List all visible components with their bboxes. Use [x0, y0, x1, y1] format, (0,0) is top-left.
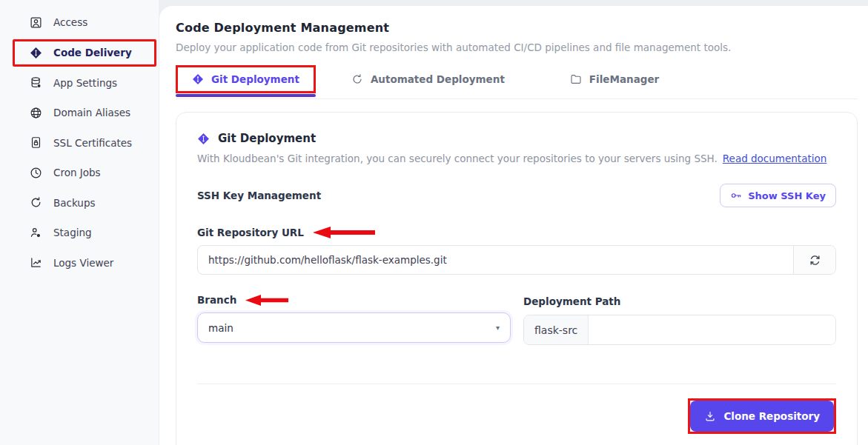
main-panel: Code Deployment Management Deploy your a…	[159, 6, 868, 445]
sidebar-item-access[interactable]: Access	[0, 7, 159, 38]
page-subtitle: Deploy your application code from Git re…	[176, 41, 858, 53]
sync-icon	[351, 73, 363, 85]
branch-label-row: Branch	[197, 294, 511, 306]
chevron-down-icon: ▾	[496, 324, 500, 332]
card-header: Git Deployment	[197, 132, 836, 145]
branch-column: Branch main ▾	[197, 294, 511, 345]
sidebar: Access Code Delivery App Settings Domain…	[0, 0, 159, 445]
branch-path-row: Branch main ▾ Deployment Path flask-src	[197, 294, 836, 345]
sidebar-item-label: Logs Viewer	[53, 257, 113, 269]
tab-bar: Git Deployment Automated Deployment File…	[176, 65, 858, 99]
ssh-key-management-label: SSH Key Management	[197, 190, 321, 201]
sidebar-item-label: Staging	[53, 227, 92, 238]
repo-url-input[interactable]	[198, 246, 793, 274]
clock-icon	[30, 167, 42, 179]
annotation-arrow-branch	[245, 295, 288, 306]
deployment-path-field: flask-src	[523, 315, 836, 345]
tab-label: Automated Deployment	[371, 73, 505, 85]
tab-label: FileManager	[589, 73, 659, 85]
sidebar-item-domain-aliases[interactable]: Domain Aliases	[0, 98, 159, 128]
card-description: With Kloudbean's Git integration, you ca…	[197, 153, 836, 164]
divider	[197, 384, 836, 384]
clone-repository-label: Clone Repository	[723, 410, 820, 422]
restore-icon	[30, 196, 42, 209]
sync-icon	[809, 254, 821, 267]
git-deployment-card: Git Deployment With Kloudbean's Git inte…	[176, 112, 858, 445]
repo-url-field	[197, 245, 836, 275]
sidebar-item-label: SSL Certificates	[53, 137, 132, 149]
tab-filemanager[interactable]: FileManager	[554, 65, 675, 93]
page-title: Code Deployment Management	[176, 21, 858, 35]
sidebar-item-staging[interactable]: Staging	[0, 218, 159, 248]
annotation-highlight-box: Clone Repository	[688, 398, 836, 434]
sidebar-item-label: Cron Jobs	[53, 167, 101, 178]
git-icon	[30, 47, 42, 59]
user-badge-icon	[30, 16, 42, 29]
deployment-path-input[interactable]	[589, 315, 835, 344]
deployment-path-label: Deployment Path	[523, 295, 620, 307]
sidebar-item-label: Domain Aliases	[53, 107, 130, 118]
sidebar-item-label: Code Delivery	[53, 47, 132, 58]
key-icon	[730, 190, 742, 201]
read-documentation-link[interactable]: Read documentation	[723, 153, 826, 164]
show-ssh-key-label: Show SSH Key	[748, 190, 826, 201]
clone-repository-button[interactable]: Clone Repository	[690, 401, 834, 432]
download-icon	[704, 410, 716, 422]
repo-url-label-row: Git Repository URL	[197, 227, 836, 238]
sidebar-item-code-delivery[interactable]: Code Delivery	[13, 39, 156, 67]
branch-select[interactable]: main ▾	[197, 312, 511, 343]
annotation-arrow-repo-url	[313, 227, 375, 238]
git-icon	[197, 133, 210, 145]
show-ssh-key-button[interactable]: Show SSH Key	[720, 184, 836, 207]
sidebar-item-label: App Settings	[53, 77, 117, 89]
staging-icon	[30, 227, 42, 239]
sidebar-item-cron-jobs[interactable]: Cron Jobs	[0, 158, 159, 188]
git-repository-url-label: Git Repository URL	[197, 227, 304, 238]
deployment-path-column: Deployment Path flask-src	[523, 294, 836, 345]
database-icon	[30, 76, 42, 89]
tab-label: Git Deployment	[211, 73, 299, 85]
sidebar-item-label: Backups	[53, 197, 96, 209]
sidebar-item-ssl-certificates[interactable]: SSL Certificates	[0, 128, 159, 158]
chart-trend-icon	[30, 256, 42, 269]
certificate-icon	[30, 136, 42, 149]
branch-label: Branch	[197, 294, 236, 306]
description-text: With Kloudbean's Git integration, you ca…	[197, 153, 718, 164]
globe-icon	[30, 107, 42, 119]
sidebar-item-app-settings[interactable]: App Settings	[0, 68, 159, 98]
branch-selected-value: main	[208, 322, 233, 334]
sidebar-item-logs-viewer[interactable]: Logs Viewer	[0, 248, 159, 278]
folder-icon	[570, 73, 582, 85]
tab-git-deployment[interactable]: Git Deployment	[176, 65, 316, 93]
refresh-repo-button[interactable]	[793, 246, 835, 274]
sidebar-item-label: Access	[53, 16, 87, 28]
ssh-key-row: SSH Key Management Show SSH Key	[197, 184, 836, 207]
actions-row: Clone Repository	[197, 398, 836, 434]
card-title: Git Deployment	[218, 132, 316, 145]
tab-automated-deployment[interactable]: Automated Deployment	[335, 65, 521, 93]
deployment-path-prefix: flask-src	[524, 315, 589, 344]
sidebar-item-backups[interactable]: Backups	[0, 188, 159, 218]
git-icon	[192, 73, 204, 85]
